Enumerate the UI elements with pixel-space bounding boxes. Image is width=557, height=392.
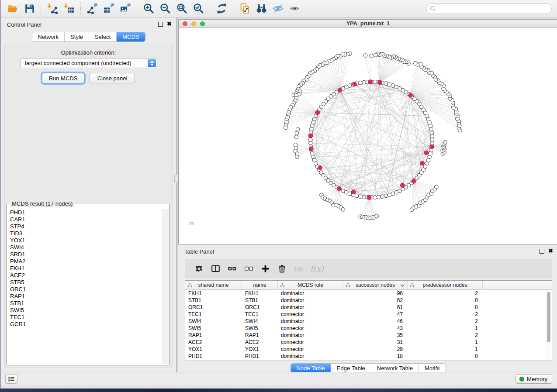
- toolbar-separator: [80, 3, 81, 15]
- table-float-icon[interactable]: [540, 249, 544, 254]
- vertical-splitter-handle[interactable]: [174, 175, 178, 182]
- network-canvas[interactable]: [179, 28, 557, 244]
- zoom-fit-button[interactable]: [174, 2, 189, 15]
- show-all-button[interactable]: [287, 2, 302, 15]
- table-cell: 1: [408, 346, 483, 353]
- tab-style[interactable]: Style: [64, 32, 89, 41]
- mcds-list-scrollbar[interactable]: [163, 209, 169, 364]
- table-row[interactable]: SWI4SWI4dominator462: [185, 318, 552, 325]
- float-panel-icon[interactable]: [158, 22, 163, 27]
- mcds-result-item[interactable]: RAP1: [7, 293, 162, 300]
- new-network-from-selection-button[interactable]: [237, 2, 252, 15]
- network-window-titlebar[interactable]: YPA_prune.txt_1: [179, 20, 557, 28]
- export-network-button[interactable]: [85, 2, 100, 15]
- table-cell: ACE2: [242, 339, 278, 346]
- horizontal-splitter-handle[interactable]: [189, 222, 194, 225]
- mcds-result-item[interactable]: SRD1: [7, 251, 162, 258]
- apply-layout-icon: [216, 3, 227, 14]
- table-mode-gear-button[interactable]: [191, 262, 206, 275]
- function-builder-icon: f(x): [310, 264, 324, 273]
- export-table-button[interactable]: [101, 2, 116, 15]
- open-session-button[interactable]: [5, 2, 20, 15]
- task-history-button[interactable]: [5, 374, 17, 384]
- table-row[interactable]: PHD1PHD1dominator180: [185, 353, 552, 360]
- table-cell: PHD1: [242, 353, 278, 360]
- tab-network[interactable]: Network: [32, 32, 64, 41]
- show-columns-button[interactable]: [208, 262, 223, 275]
- mcds-result-item[interactable]: TEC1: [7, 314, 162, 321]
- mcds-result-item[interactable]: ACE2: [7, 272, 162, 279]
- search-input[interactable]: [436, 6, 551, 12]
- table-row[interactable]: SWI5SWI5connector431: [185, 325, 552, 332]
- mcds-result-item[interactable]: SWI4: [7, 244, 162, 251]
- column-header-shared-name[interactable]: shared name: [185, 281, 242, 289]
- network-graph[interactable]: [179, 28, 557, 244]
- close-panel-button[interactable]: Close panel: [90, 73, 135, 83]
- table-tab-edge-table[interactable]: Edge Table: [331, 364, 371, 373]
- column-header-MCDS-role[interactable]: MCDS role: [278, 281, 343, 289]
- table-row[interactable]: ACE2ACE2connector311: [185, 339, 552, 346]
- column-header-predecessor-nodes[interactable]: predecessor nodes: [408, 281, 483, 289]
- search-box[interactable]: [426, 3, 552, 14]
- table-header-row: shared namenameMCDS rolesuccessor nodesp…: [185, 281, 552, 290]
- table-cell: dominator: [278, 332, 343, 339]
- deselect-all-button[interactable]: [241, 262, 256, 275]
- table-tab-network-table[interactable]: Network Table: [371, 364, 419, 373]
- table-row[interactable]: RAP1RAP1dominator352: [185, 332, 552, 339]
- export-image-button[interactable]: [118, 2, 133, 15]
- table-tab-motifs[interactable]: Motifs: [419, 364, 446, 373]
- table-cell: RAP1: [242, 332, 278, 339]
- mcds-result-item[interactable]: STP4: [7, 223, 162, 230]
- close-panel-icon[interactable]: ✖: [167, 20, 172, 28]
- function-builder-button: f(x): [308, 262, 324, 275]
- table-row[interactable]: STB1STB1dominator620: [185, 297, 552, 304]
- import-network-button[interactable]: [45, 2, 60, 15]
- table-row[interactable]: YOX1YOX1connector291: [185, 346, 552, 353]
- table-row[interactable]: TEC1TEC1connector472: [185, 311, 552, 318]
- table-cell: SWI5: [242, 325, 278, 332]
- optimization-criterion-select[interactable]: largest connected component (undirected): [20, 58, 157, 68]
- table-tab-node-table[interactable]: Node Table: [291, 364, 331, 373]
- mcds-result-item[interactable]: YOX1: [7, 237, 162, 244]
- column-header-successor-nodes[interactable]: successor nodes: [343, 281, 408, 289]
- delete-columns-button[interactable]: [274, 262, 289, 275]
- tab-select[interactable]: Select: [89, 32, 116, 41]
- zoom-selected-button[interactable]: [191, 2, 206, 15]
- mcds-result-item[interactable]: PHD1: [7, 209, 162, 216]
- mcds-result-item[interactable]: PMA2: [7, 258, 162, 265]
- table-scrollbar[interactable]: [546, 290, 551, 360]
- table-cell: SWI4: [185, 318, 242, 325]
- mcds-result-list[interactable]: PHD1CAR1STP4TID3YOX1SWI4SRD1PMA2FKH1ACE2…: [7, 209, 162, 364]
- export-table-icon: [104, 3, 114, 14]
- create-column-button[interactable]: [258, 262, 273, 275]
- table-panel: Table Panel ✖ f(x) shared namenameMCDS r…: [178, 245, 557, 375]
- table-row[interactable]: ORC1ORC1dominator610: [185, 304, 552, 311]
- mcds-result-item[interactable]: TID3: [7, 230, 162, 237]
- zoom-in-button[interactable]: [141, 2, 156, 15]
- table-row[interactable]: FKH1FKH1dominator962: [185, 290, 552, 297]
- memory-button[interactable]: Memory: [515, 374, 552, 384]
- mcds-result-item[interactable]: GCR1: [7, 321, 162, 328]
- save-session-button[interactable]: [22, 2, 37, 15]
- select-all-button[interactable]: [225, 262, 239, 275]
- table-cell: 0: [408, 297, 483, 304]
- table-panel-title: Table Panel: [184, 248, 214, 255]
- mcds-result-item[interactable]: CAR1: [7, 216, 162, 223]
- mcds-result-item[interactable]: FKH1: [7, 265, 162, 272]
- mcds-result-item[interactable]: SWI5: [7, 307, 162, 314]
- first-neighbors-button[interactable]: [254, 2, 269, 15]
- table-scrollbar-thumb[interactable]: [547, 292, 550, 342]
- mcds-result-item[interactable]: ORC1: [7, 286, 162, 293]
- table-close-icon[interactable]: ✖: [548, 247, 553, 254]
- mcds-result-groupbox: MCDS result (17 nodes) PHD1CAR1STP4TID3Y…: [6, 204, 170, 365]
- run-mcds-button[interactable]: Run MCDS: [42, 73, 84, 83]
- tab-mcds[interactable]: MCDS: [116, 32, 145, 41]
- mcds-result-item[interactable]: STB1: [7, 300, 162, 307]
- zoom-out-button[interactable]: [158, 2, 173, 15]
- apply-layout-button[interactable]: [214, 2, 229, 15]
- table-cell: 61: [343, 304, 408, 311]
- column-header-name[interactable]: name: [242, 281, 278, 289]
- hide-selection-button[interactable]: [270, 2, 285, 15]
- import-table-button[interactable]: [62, 2, 76, 15]
- mcds-result-item[interactable]: STB5: [7, 279, 162, 286]
